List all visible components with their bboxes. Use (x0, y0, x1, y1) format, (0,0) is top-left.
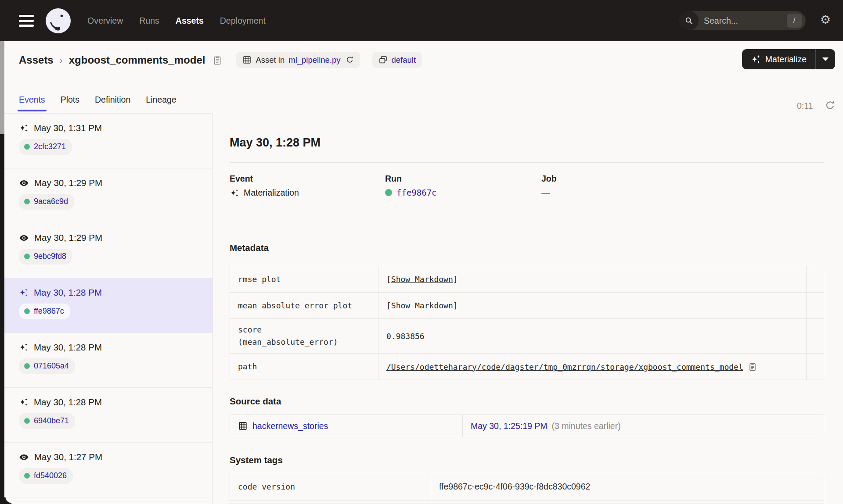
run-id-link[interactable]: 9ebc9fd8 (34, 252, 66, 261)
show-markdown-link[interactable]: Show Markdown (391, 275, 453, 284)
materialize-button[interactable]: Materialize (742, 49, 815, 69)
run-id-badge[interactable]: 9ebc9fd8 (19, 249, 72, 265)
metadata-heading: Metadata (230, 243, 269, 253)
metadata-table: rmse plot[Show Markdown]mean_absolute_er… (230, 266, 824, 379)
dagster-logo-icon[interactable] (46, 8, 71, 33)
event-timestamp: May 30, 1:28 PM (34, 287, 102, 298)
metadata-value: [Show Markdown] (378, 266, 807, 292)
materialize-split-button: Materialize (742, 49, 835, 69)
asset-in-label: Asset in (256, 55, 285, 65)
metadata-value: [Show Markdown] (378, 293, 807, 318)
source-data-table: hackernews_stories May 30, 1:25:19 PM (3… (230, 415, 824, 437)
breadcrumb-separator: › (60, 55, 63, 65)
source-timestamp-link[interactable]: May 30, 1:25:19 PM (471, 421, 548, 431)
nav-item-deployment[interactable]: Deployment (220, 16, 266, 26)
copy-asset-name-icon[interactable] (212, 55, 223, 65)
nav-item-overview[interactable]: Overview (87, 16, 123, 26)
asset-group-chip[interactable]: default (372, 52, 422, 68)
event-timestamp: May 30, 1:29 PM (34, 232, 102, 243)
asset-definition-chip[interactable]: Asset in ml_pipeline.py (236, 52, 360, 68)
run-id-badge[interactable]: 6940be71 (19, 413, 75, 429)
metadata-end-cell (807, 354, 824, 380)
settings-gear-icon[interactable]: ⚙ (820, 14, 831, 25)
sparkle-icon (230, 188, 239, 198)
run-id-link[interactable]: 6940be71 (34, 416, 69, 425)
event-timestamp: May 30, 1:29 PM (34, 178, 102, 188)
run-status-dot (24, 254, 30, 259)
source-data-row: hackernews_stories May 30, 1:25:19 PM (3… (230, 415, 824, 437)
metadata-row: path/Users/odetteharary/code/dagster/tmp… (230, 354, 824, 380)
asset-file-link[interactable]: ml_pipeline.py (288, 55, 340, 65)
event-list-item[interactable]: May 30, 1:28 PMffe9867c (4, 278, 213, 333)
run-id-badge[interactable]: fd540026 (19, 468, 73, 484)
metadata-row: rmse plot[Show Markdown] (230, 266, 824, 293)
event-timestamp: May 30, 1:31 PM (34, 123, 102, 133)
metadata-end-cell (807, 266, 824, 292)
tab-lineage[interactable]: Lineage (146, 95, 176, 105)
run-id-link[interactable]: ffe9867c (396, 188, 437, 197)
dagster-app: OverviewRunsAssetsDeployment Search... /… (0, 0, 843, 504)
system-tag-value: ffe9867c-ec9c-4f06-939c-f8dc830c0962 (431, 473, 824, 500)
run-id-link[interactable]: fd540026 (34, 471, 67, 480)
sparkle-icon (19, 343, 29, 352)
asset-grid-icon (238, 421, 248, 431)
run-id-link[interactable]: ffe9867c (34, 307, 64, 316)
breadcrumb-assets-link[interactable]: Assets (19, 54, 54, 66)
event-timestamp: May 30, 1:28 PM (34, 342, 102, 353)
search-shortcut-key: / (787, 14, 802, 28)
tab-events[interactable]: Events (19, 95, 45, 105)
run-status-dot (24, 199, 30, 204)
metadata-text-value: 0.983856 (386, 332, 425, 341)
sparkle-icon (19, 123, 29, 133)
top-nav: OverviewRunsAssetsDeployment Search... /… (0, 0, 843, 41)
run-id-link[interactable]: 2cfc3271 (34, 142, 66, 151)
search-input[interactable]: Search... / (679, 11, 806, 30)
metadata-key: mean_absolute_error plot (230, 293, 378, 318)
show-markdown-link[interactable]: Show Markdown (391, 301, 453, 310)
run-id-badge[interactable]: 9aca6c9d (19, 194, 74, 210)
sparkle-icon (751, 54, 761, 64)
reload-code-location-icon[interactable] (346, 56, 354, 64)
metadata-row: mean_absolute_error plot[Show Markdown] (230, 293, 824, 319)
run-id-badge[interactable]: 2cfc3271 (19, 139, 72, 155)
nav-item-runs[interactable]: Runs (139, 16, 159, 26)
metadata-value: 0.983856 (378, 319, 807, 353)
run-id-badge[interactable]: 071605a4 (19, 358, 75, 374)
metadata-key: path (230, 354, 378, 380)
run-status-dot (24, 144, 30, 150)
event-timestamp: May 30, 1:27 PM (34, 452, 102, 462)
run-status-dot (385, 189, 392, 196)
run-id-link[interactable]: 9aca6c9d (34, 197, 68, 206)
refresh-icon[interactable] (825, 100, 836, 113)
tab-definition[interactable]: Definition (95, 95, 130, 105)
event-list-item[interactable]: May 30, 1:28 PM071605a4 (4, 333, 213, 388)
metadata-end-cell (807, 293, 824, 318)
path-link[interactable]: /Users/odetteharary/code/dagster/tmp_0mz… (386, 362, 743, 372)
materialize-dropdown-button[interactable] (816, 49, 835, 69)
system-tag-row: code_versionffe9867c-ec9c-4f06-939c-f8dc… (230, 473, 824, 500)
asset-tabs: EventsPlotsDefinitionLineage (19, 95, 177, 105)
search-placeholder: Search... (704, 16, 738, 26)
refresh-timer: 0:11 (797, 101, 813, 111)
menu-icon[interactable] (19, 15, 34, 27)
event-list-item[interactable]: May 30, 1:29 PM9ebc9fd8 (4, 223, 213, 278)
nav-item-assets[interactable]: Assets (176, 16, 204, 26)
event-list-sidebar: May 30, 1:31 PM2cfc3271May 30, 1:29 PM9a… (4, 113, 213, 504)
copy-path-icon[interactable] (748, 362, 757, 372)
system-tag-key: code_version (230, 473, 431, 500)
eye-icon (19, 178, 29, 188)
sparkle-icon (19, 288, 29, 297)
run-status-dot (24, 473, 30, 479)
run-id-link[interactable]: 071605a4 (34, 361, 69, 371)
tab-plots[interactable]: Plots (61, 95, 79, 105)
event-list-item[interactable]: May 30, 1:28 PM6940be71 (4, 388, 213, 443)
event-list-item[interactable]: May 30, 1:31 PM2cfc3271 (4, 114, 213, 168)
divider (230, 162, 824, 163)
run-id-badge[interactable]: ffe9867c (19, 304, 70, 319)
chevron-down-icon (822, 57, 829, 61)
event-list-item[interactable]: May 30, 1:27 PMfd540026 (4, 443, 213, 497)
background-window-edge (0, 41, 4, 504)
event-list-item[interactable]: May 30, 1:29 PM9aca6c9d (4, 168, 213, 223)
source-asset-link[interactable]: hackernews_stories (252, 421, 328, 431)
group-name: default (392, 55, 416, 65)
